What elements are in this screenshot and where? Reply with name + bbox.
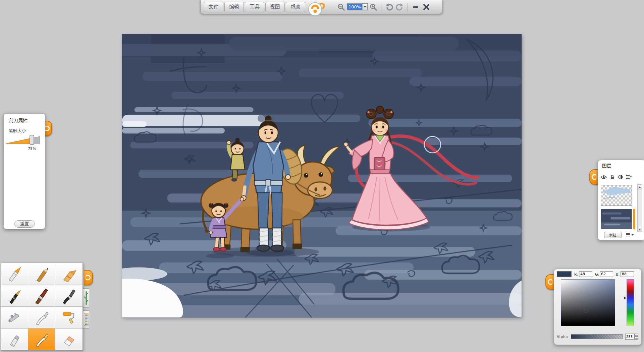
stencil-button[interactable]: [83, 288, 90, 308]
menu-help[interactable]: 帮助: [286, 2, 305, 12]
layer-item-sketch[interactable]: [601, 185, 632, 206]
new-layer-button[interactable]: 新建: [604, 232, 622, 238]
scraper-properties-panel: 刮刀属性 笔触大小 75% 重置: [3, 113, 45, 229]
undo-button[interactable]: [384, 2, 394, 12]
menu-list-icon: [626, 175, 632, 179]
triangle-down-icon: [635, 338, 638, 339]
tool-ink-pen[interactable]: [1, 285, 28, 307]
layer-lock-button[interactable]: [609, 174, 615, 180]
zoom-level-field[interactable]: 100%: [347, 3, 368, 10]
saturation-lightness-picker[interactable]: [561, 279, 615, 326]
crayon-icon: [60, 266, 78, 282]
zoom-level-value[interactable]: 100%: [347, 4, 362, 10]
layers-menu-button[interactable]: [626, 233, 634, 237]
watercolor-brush-icon: [60, 288, 78, 304]
tool-paint-roller[interactable]: [55, 307, 83, 329]
airbrush-icon: [6, 309, 23, 326]
close-icon: [423, 4, 430, 10]
layers-panel-handle[interactable]: [589, 169, 598, 185]
layer-item-background[interactable]: [601, 209, 632, 229]
spinner-up-button[interactable]: [635, 334, 638, 337]
tool-watercolor-brush[interactable]: [55, 285, 83, 307]
alpha-slider[interactable]: [571, 334, 623, 339]
menu-view[interactable]: 视图: [265, 2, 285, 12]
color-picker-panel: R: G: B: Alpha: [554, 269, 642, 345]
color-panel-handle[interactable]: [545, 274, 554, 290]
layers-scrollbar[interactable]: ▲ ▼: [637, 184, 642, 232]
presets-button[interactable]: [83, 310, 90, 329]
tool-oil-brush[interactable]: [1, 263, 28, 285]
oil-brush-icon: [6, 266, 23, 282]
layers-panel-title: 图层: [602, 163, 611, 169]
tools-panel-handle[interactable]: [84, 270, 93, 285]
reset-button[interactable]: 重置: [14, 220, 35, 228]
tool-eraser[interactable]: [55, 329, 83, 350]
pencil-icon: [33, 266, 50, 282]
layer-blend-button[interactable]: [618, 174, 624, 180]
brush-size-label: 笔触大小: [9, 128, 26, 134]
bamboo-icon: [84, 291, 89, 305]
tool-picker-panel: [1, 263, 83, 351]
paint-roller-icon: [60, 309, 78, 326]
alpha-input[interactable]: [625, 334, 635, 340]
tool-palette-knife[interactable]: [28, 307, 55, 329]
eraser-icon: [60, 331, 78, 347]
layer-visibility-button[interactable]: [601, 174, 607, 180]
minimize-button[interactable]: [411, 2, 420, 12]
blue-label: B:: [616, 272, 620, 277]
hue-marker: [624, 297, 626, 299]
menu-edit[interactable]: 编辑: [224, 2, 244, 12]
triangle-up-icon: [635, 335, 638, 336]
tool-paint-tube[interactable]: [1, 329, 28, 350]
artrage-logo-icon[interactable]: [308, 1, 326, 18]
painting-canvas[interactable]: [122, 34, 522, 317]
eye-icon: [601, 175, 607, 179]
canvas-artwork: [122, 34, 522, 317]
lock-icon: [610, 175, 614, 180]
layer-thumbnail-sketch: [601, 185, 632, 206]
menu-tools[interactable]: 工具: [245, 2, 264, 12]
chevron-down-icon: [631, 234, 634, 236]
tool-scraper[interactable]: [28, 329, 55, 350]
redo-button[interactable]: [395, 2, 405, 12]
close-button[interactable]: [422, 2, 431, 12]
chevron-down-icon: [364, 6, 366, 8]
selected-layer-indicator: [633, 209, 635, 229]
zoom-in-button[interactable]: [369, 2, 378, 12]
layers-panel: 图层: [598, 160, 644, 240]
brush-size-slider[interactable]: [6, 134, 43, 145]
tool-paint-brush[interactable]: [28, 285, 55, 307]
slider-handle[interactable]: [30, 135, 34, 144]
tool-pencil[interactable]: [28, 263, 55, 285]
layer-options-button[interactable]: [626, 174, 632, 180]
green-label: G:: [595, 272, 599, 277]
logo-slot: [306, 0, 336, 14]
ink-pen-icon: [6, 288, 23, 304]
undo-icon: [385, 3, 393, 11]
color-picker-marker[interactable]: [584, 309, 588, 313]
palette-knife-icon: [33, 309, 50, 326]
scraper-panel-title: 刮刀属性: [9, 118, 28, 124]
current-color-swatch: [557, 271, 572, 277]
tool-crayon[interactable]: [55, 263, 83, 285]
blue-input[interactable]: [621, 271, 634, 277]
blend-mode-icon: [618, 175, 623, 179]
red-label: R:: [574, 272, 578, 277]
zoom-dropdown-button[interactable]: [362, 4, 367, 10]
red-input[interactable]: [579, 271, 592, 277]
brush-size-value: 75%: [28, 146, 36, 151]
tool-airbrush[interactable]: [1, 307, 28, 329]
menu-file[interactable]: 文件: [204, 2, 223, 12]
zoom-in-icon: [369, 3, 377, 11]
zoom-out-button[interactable]: [336, 2, 346, 12]
scroll-down-button[interactable]: ▼: [638, 227, 642, 232]
toolbar-separator: [408, 3, 408, 11]
toolbar-separator: [381, 3, 381, 11]
green-input[interactable]: [600, 271, 613, 277]
hue-slider[interactable]: [627, 279, 634, 326]
spinner-down-button[interactable]: [635, 337, 638, 340]
scroll-up-button[interactable]: ▲: [638, 185, 642, 189]
alpha-spinner[interactable]: [635, 334, 638, 340]
paint-brush-icon: [33, 288, 50, 304]
paint-tube-icon: [6, 331, 23, 347]
